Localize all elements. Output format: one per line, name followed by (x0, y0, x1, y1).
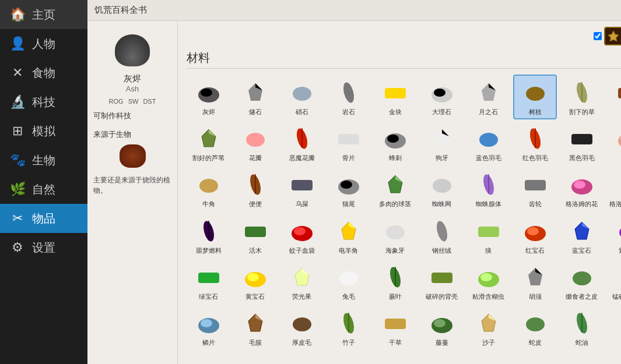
item-image-60 (427, 309, 457, 338)
grid-item[interactable]: 蜘蛛网 (420, 167, 464, 211)
sidebar-item-settings[interactable]: ⚙ 设置 (0, 233, 87, 262)
content-area: 灰烬 Ash ROG SW DST 可制作科技 来源于生物 主要还是来源于烧毁的… (87, 21, 621, 364)
grid-item[interactable]: 黑色羽毛 (560, 121, 604, 165)
sidebar-item-creatures[interactable]: 🐾 生物 (0, 146, 87, 175)
item-label-39: 痰 (485, 247, 492, 255)
grid-item[interactable]: 蛇皮 (513, 305, 557, 350)
grid-item[interactable]: 红色羽毛 (513, 121, 557, 165)
svg-rect-53 (525, 180, 546, 190)
sidebar-item-nature[interactable]: 🌿 自然 (0, 175, 87, 204)
grid-item[interactable]: 恶魔花瓣 (280, 121, 324, 165)
grid-item[interactable]: 沙子 (466, 305, 510, 350)
grid-item[interactable]: 蓝宝石 (560, 213, 604, 258)
grid-item[interactable]: 黄宝石 (233, 259, 277, 304)
grid-item[interactable]: 红宝石 (513, 213, 557, 258)
grid-item[interactable]: 蓝色羽毛 (466, 121, 510, 165)
item-image-22 (194, 170, 223, 199)
grid-item[interactable]: 荧光果 (280, 259, 324, 304)
sidebar-item-sim[interactable]: ⊞ 模拟 (0, 116, 87, 146)
item-image-55 (194, 309, 223, 338)
grid-item[interactable]: 牛角 (187, 167, 230, 211)
grid-item[interactable]: 岩石 (327, 75, 370, 119)
grid-item[interactable]: 多肉的球茎 (373, 167, 417, 211)
grid-item[interactable]: 木材 (606, 75, 621, 119)
svg-point-82 (339, 271, 358, 285)
grid-item[interactable]: 硝石 (280, 75, 324, 119)
item-image-1 (241, 78, 270, 107)
grid-item[interactable]: 花瓣 (233, 121, 277, 165)
grid-item[interactable]: 格洛姆的翅膀 (606, 167, 621, 211)
grid-item[interactable]: 干草 (373, 305, 417, 350)
item-image-40 (521, 217, 550, 246)
grid-item[interactable]: 胡须 (513, 259, 557, 304)
grid-item[interactable]: 锰矿石碎片 (606, 259, 621, 304)
item-image-3 (334, 78, 363, 107)
grid-item[interactable]: 噩梦燃料 (187, 213, 230, 258)
grid-item[interactable]: 电羊角 (327, 213, 370, 258)
item-image-58 (334, 309, 363, 338)
item-image-38 (427, 217, 457, 246)
grid-item[interactable]: 藤蔓 (420, 305, 464, 350)
sidebar-item-tech[interactable]: 🔬 科技 (0, 87, 87, 116)
grid-item[interactable]: 乌屎 (280, 167, 324, 211)
grid-item[interactable]: 兔毛 (327, 259, 370, 304)
grid-item[interactable]: 格洛姆的花 (560, 167, 604, 211)
grid-item[interactable]: 鳞片 (187, 305, 230, 350)
grid-item[interactable]: 钢丝绒 (420, 213, 464, 258)
grid-item[interactable]: 粘滑含糊虫 (466, 259, 510, 304)
grid-item[interactable]: 狗牙 (420, 121, 464, 165)
svg-rect-101 (385, 319, 406, 329)
item-label-0: 灰烬 (202, 108, 215, 116)
grid-item[interactable]: 猪皮 (606, 121, 621, 165)
grid-item[interactable]: 割下的草 (560, 75, 604, 119)
sidebar-item-items[interactable]: ✂ 物品 (0, 204, 87, 233)
grid-item[interactable]: 燧石 (233, 75, 277, 119)
grid-item[interactable]: 厚皮毛 (280, 305, 324, 350)
item-image-63 (567, 309, 597, 338)
item-image-9 (614, 78, 622, 107)
grid-item[interactable]: 蚊子血袋 (280, 213, 324, 258)
sidebar-item-characters[interactable]: 👤 人物 (0, 29, 87, 58)
grid-item[interactable]: 便便 (233, 167, 277, 211)
grid-item[interactable]: 蜘蛛腺体 (466, 167, 510, 211)
grid-item[interactable]: 破碎的背壳 (420, 259, 464, 304)
grid-item[interactable]: 灰烬 (187, 75, 230, 119)
grid-item[interactable]: 月之石 (466, 75, 510, 119)
sidebar-icon-home: 🏠 (9, 6, 26, 23)
grid-item[interactable]: 蜂刺 (373, 121, 417, 165)
item-label-42: 紫宝石 (619, 247, 621, 255)
item-image-26 (381, 170, 410, 199)
title-bar: 饥荒百科全书 — ✕ (87, 0, 621, 21)
grid-item[interactable]: 蕨叶 (373, 259, 417, 304)
item-image-56 (241, 309, 270, 338)
filter-rog-checkbox[interactable] (594, 32, 602, 40)
grid-item[interactable]: 海象牙 (373, 213, 417, 258)
grid-item[interactable]: 蛇油 (560, 305, 604, 350)
grid-item[interactable]: 大理石 (420, 75, 464, 119)
svg-point-26 (246, 133, 265, 147)
sidebar-item-food[interactable]: ✕ 食物 (0, 58, 87, 87)
svg-point-74 (619, 225, 622, 239)
grid-item[interactable]: 猫尾 (327, 167, 370, 211)
item-label-6: 月之石 (479, 108, 498, 116)
grid-item[interactable]: 齿轮 (513, 167, 557, 211)
grid-item[interactable]: 割好的芦苇 (187, 121, 230, 165)
sidebar: 🏠 主页 👤 人物 ✕ 食物 🔬 科技 ⊞ 模拟 🐾 生物 🌿 自然 ✂ 物品 … (0, 0, 87, 364)
grid-item[interactable]: 竹子 (327, 305, 370, 350)
grid-item[interactable]: 绿宝石 (187, 259, 230, 304)
grid-item[interactable]: 活木 (233, 213, 277, 258)
item-image-16 (427, 124, 457, 153)
item-label-51: 胡须 (529, 293, 542, 301)
sidebar-item-home[interactable]: 🏠 主页 (0, 0, 87, 29)
grid-item[interactable]: 树枝 (513, 75, 557, 119)
item-label-36: 电羊角 (339, 247, 358, 255)
grid-item[interactable]: 紫宝石 (606, 213, 621, 258)
grid-item[interactable]: 骨片 (327, 121, 370, 165)
item-image-37 (381, 217, 410, 246)
svg-point-79 (247, 273, 259, 281)
grid-item[interactable]: 痰 (466, 213, 510, 258)
grid-item[interactable]: 缀食者之皮 (560, 259, 604, 304)
svg-point-38 (618, 133, 622, 149)
grid-item[interactable]: 金块 (373, 75, 417, 119)
grid-item[interactable]: 毛簇 (233, 305, 277, 350)
